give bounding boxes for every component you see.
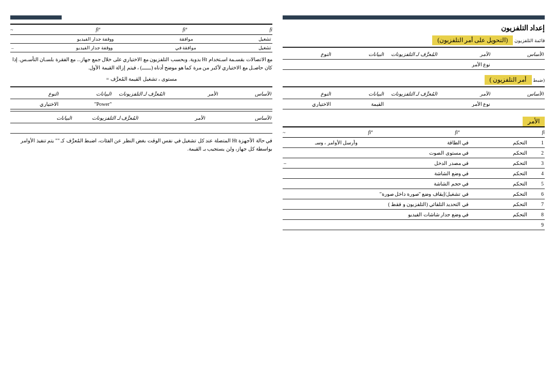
cmd-a: التحكم (475, 201, 527, 207)
cmd-a: التحكم (475, 212, 527, 217)
cmd-n: 4 (533, 171, 544, 176)
sr2-c: ووقفة جدار الفيديو (76, 45, 113, 50)
cmd-b: في مصدر الدخل (364, 160, 469, 166)
cmd-row: 7التحكمفي التحديد التلقائي (التلفزيون و … (283, 199, 545, 210)
t1h-3: البيانات (337, 51, 384, 57)
t3h2-3: البيانات (11, 115, 72, 121)
tbl1-r: نوع الأمر (283, 60, 545, 70)
t1h-1: الأمر (443, 51, 491, 57)
tbl3-h: الأساس الأمر المُعرَّف لـ التلفزيونات ال… (10, 89, 272, 99)
cmd-n: 2 (533, 150, 544, 156)
cmd-row: 3التحكمفي مصدر الدخل– (283, 158, 545, 169)
t3h-3: البيانات (65, 91, 112, 97)
tbl2-r: نوع الأمر القيمة الاختياري (283, 99, 545, 109)
cmd-a: التحكم (475, 150, 527, 156)
cmd-n: 6 (533, 191, 544, 197)
left-column: fi fiª fiª تشغيل موافقة ووقفة جدار الفيد… (10, 15, 272, 230)
cmd-n: 5 (533, 181, 544, 186)
cmd-b: في التحديد التلقائي (التلفزيون و فقط ) (364, 201, 469, 207)
left-para2: في حالة الأجهزة Ht المتصلة عند كل تشغيل … (10, 137, 272, 153)
cmds-body: 1التحكمفي الطاقةوأرسل الأوامر ، وسـ2التح… (283, 138, 545, 230)
cmd-b: في تشغيل/إيقاف وضع "صورة داخل صورة" (364, 191, 469, 197)
t2h-4: النوع (284, 91, 331, 97)
cmd-b: في وضع جدار شاشات الفيديو (364, 212, 469, 217)
cmd-a: التحكم (475, 160, 527, 166)
tbl3-r1: "Power" الاختياري (10, 99, 272, 109)
t1h-2: المُعرَّف لـ التلفزيونات (390, 51, 437, 57)
cmd-n: 8 (533, 212, 544, 217)
lh-4 (10, 27, 13, 32)
t3h2-1: الأمر (144, 115, 205, 121)
tbl2-top (283, 86, 545, 87)
cmd-n: 3 (533, 160, 544, 166)
top-rule-left (10, 15, 62, 20)
tbl2-h: الأساس الأمر المُعرَّف لـ التلفزيونات ال… (283, 89, 545, 99)
cmd-row: 2التحكمفي مستوى الصوت (283, 148, 545, 158)
main-title: إعداد التلفزيون (283, 24, 545, 32)
t2h-1: الأمر (443, 91, 491, 97)
sec1-hl: (التحويل على أمر التلفزيون) (432, 35, 513, 45)
tbl3-mid (10, 111, 272, 111)
sec1: قائمة التلفزيون (التحويل على أمر التلفزي… (283, 35, 545, 45)
cmds-label: الأمر (523, 117, 545, 126)
sr1-c: ووقفة جدار الفيديو (77, 36, 114, 42)
ch-1: fiª (455, 129, 459, 135)
cmd-b: في الطاقة (364, 140, 469, 145)
t3h-1: الأمر (171, 91, 218, 97)
cmd-b: في مستوى الصوت (364, 150, 469, 156)
left-header-row: fi fiª fiª (10, 24, 272, 35)
cmd-d: – (284, 160, 299, 166)
ch-2: fiª (368, 129, 372, 135)
sec1-label: قائمة التلفزيون (514, 38, 545, 43)
cmd-n: 1 (533, 140, 544, 145)
cmd-row: 5التحكمفي حجم الشاشة (283, 179, 545, 189)
sr2-a: تشغيل (258, 45, 271, 50)
cmd-a: التحكم (475, 181, 527, 186)
ch-0: fi (542, 129, 545, 135)
cmd-b: في حجم الشاشة (364, 181, 469, 186)
t3h-4: النوع (11, 91, 59, 97)
left-formula: مستوى ، تشغيل القيمة المُعرَّف = (10, 75, 272, 83)
t3h2-0: الأساس (211, 115, 272, 121)
cmd-row: 1التحكمفي الطاقةوأرسل الأوامر ، وسـ (283, 138, 545, 148)
lh-2: fiª (182, 27, 187, 32)
ch-3 (283, 129, 285, 135)
right-column: إعداد التلفزيون قائمة التلفزيون (التحويل… (283, 15, 545, 230)
cmd-c: وأرسل الأوامر ، وسـ (305, 140, 358, 145)
t2r-1: نوع الأمر (443, 101, 491, 107)
cmd-a: التحكم (475, 140, 527, 145)
t2h-0: الأساس (496, 91, 544, 97)
t3h-0: الأساس (224, 91, 271, 97)
t3r-4: الاختياري (11, 101, 59, 107)
t2h-3: البيانات (337, 91, 384, 97)
t3h2-2: المُعرَّف لـ التلفزيونات (78, 115, 139, 121)
sr2-b: موافقة في (175, 45, 196, 50)
sec2-hl: أمر التلفزيون ) (485, 75, 532, 85)
top-rule-right (283, 15, 545, 20)
sec2: (ضبط أمر التلفزيون ) (283, 75, 545, 85)
left-sr2: تشغيل موافقة في ووقفة جدار الفيديو – (10, 44, 272, 52)
tbl3-h2: الأساس الأمر المُعرَّف لـ التلفزيونات ال… (10, 113, 272, 123)
tbl1-h: الأساس الأمر المُعرَّف لـ التلفزيونات ال… (283, 49, 545, 60)
lh-3: fiª (96, 27, 100, 32)
sec2-label: (ضبط (533, 78, 545, 83)
lh-1: fi (269, 27, 272, 32)
cmd-n: 9 (533, 222, 544, 228)
left-sr1: تشغيل موافقة ووقفة جدار الفيديو (10, 35, 272, 44)
cmd-n: 7 (533, 201, 544, 207)
t2r-3: القيمة (337, 101, 384, 107)
sr1-b: موافقة (179, 36, 193, 42)
t3r-3: "Power" (65, 101, 112, 107)
cmd-row: 6التحكمفي تشغيل/إيقاف وضع "صورة داخل صور… (283, 189, 545, 199)
left-para1: مع الاتصالات بقسـمة اسـتخدام Ht بدوية. و… (10, 55, 272, 72)
sr1-a: تشغيل (258, 36, 271, 42)
t2r-4: الاختياري (284, 101, 331, 107)
page: fi fiª fiª تشغيل موافقة ووقفة جدار الفيد… (0, 0, 555, 240)
t1h-0: الأساس (496, 51, 544, 57)
cmd-row: 8التحكمفي وضع جدار شاشات الفيديو (283, 210, 545, 220)
t2h-2: المُعرَّف لـ التلفزيونات (390, 91, 437, 97)
sr2-d: – (11, 45, 14, 50)
cmd-b: في وضع الشاشة (364, 171, 469, 176)
t1h-4: النوع (284, 51, 331, 57)
t3h-2: المُعرَّف لـ التلفزيونات (118, 91, 165, 97)
